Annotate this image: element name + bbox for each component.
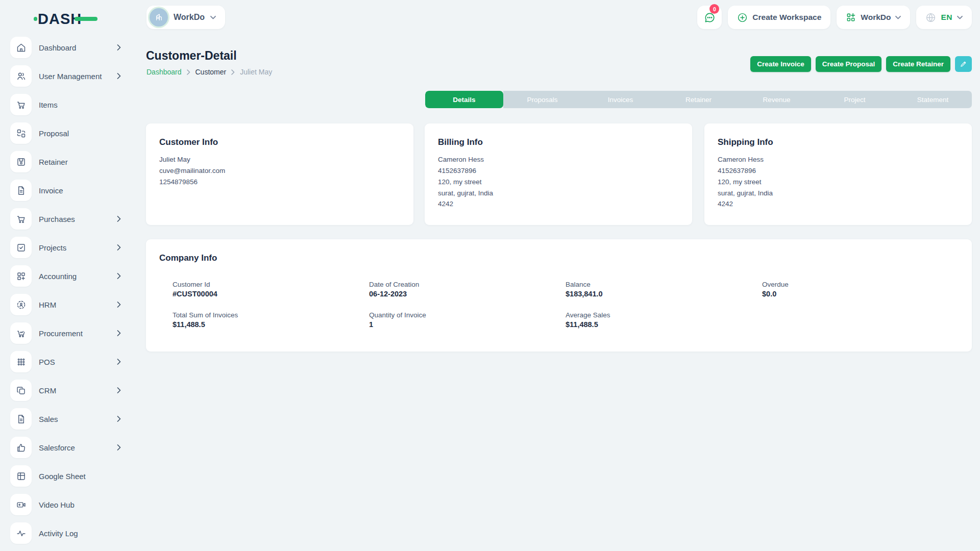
chevron-right-icon [117, 216, 121, 222]
chevron-down-icon [957, 16, 963, 19]
company-info-card: Company Info Customer Id #CUST00004 Date… [146, 239, 972, 352]
chevron-right-icon [231, 69, 235, 75]
create-proposal-button[interactable]: Create Proposal [816, 56, 882, 72]
field-quantity-of-invoice: Quantity of Invoice 1 [369, 311, 566, 329]
chevron-right-icon [117, 244, 121, 251]
shipping-city: surat, gujrat, India [718, 188, 959, 199]
page-title: Customer-Detail [146, 49, 237, 63]
detail-tabs: Details Proposals Invoices Retainer Reve… [425, 91, 972, 108]
field-overdue: Overdue $0.0 [762, 281, 959, 298]
sidebar-item-activity-log[interactable]: Activity Log [10, 522, 125, 544]
sidebar-item-crm[interactable]: CRM [10, 380, 125, 401]
tab-statement[interactable]: Statement [894, 91, 972, 108]
table-icon [10, 465, 32, 487]
card-title: Customer Info [146, 123, 413, 147]
sidebar-item-procurement[interactable]: Procurement [10, 322, 125, 344]
chevron-right-icon [117, 273, 121, 279]
sidebar-item-video-hub[interactable]: Video Hub [10, 494, 125, 515]
sidebar-item-user-management[interactable]: User Management [10, 65, 125, 87]
sidebar-item-pos[interactable]: POS [10, 351, 125, 372]
tab-project[interactable]: Project [816, 91, 894, 108]
grid-plus-icon [846, 12, 856, 22]
create-workspace-button[interactable]: Create Workspace [728, 6, 830, 29]
tab-details[interactable]: Details [425, 91, 503, 108]
thumbs-up-icon [10, 437, 32, 458]
tab-revenue[interactable]: Revenue [738, 91, 816, 108]
tab-invoices[interactable]: Invoices [581, 91, 659, 108]
sidebar-item-proposal[interactable]: Proposal [10, 122, 125, 144]
customer-name: Juliet May [159, 154, 400, 165]
sidebar-item-hrm[interactable]: HRM [10, 294, 125, 315]
top-header: DASH WorkDo 0 Create Workspace [0, 0, 980, 37]
billing-name: Cameron Hess [438, 154, 679, 165]
shipping-address: 120, my street [718, 177, 959, 188]
chevron-right-icon [117, 444, 121, 450]
activity-pulse-icon [10, 522, 32, 544]
create-invoice-button[interactable]: Create Invoice [750, 56, 811, 72]
chevron-down-icon [895, 16, 901, 19]
chevron-right-icon [117, 302, 121, 308]
language-code: EN [941, 13, 952, 22]
shipping-info-card: Shipping Info Cameron Hess 4152637896 12… [704, 123, 972, 225]
messages-button[interactable]: 0 [697, 6, 722, 29]
sidebar-item-salesforce[interactable]: Salesforce [10, 437, 125, 458]
sidebar-item-accounting[interactable]: Accounting [10, 265, 125, 287]
tab-proposals[interactable]: Proposals [503, 91, 581, 108]
cart-icon [10, 94, 32, 115]
breadcrumb: Dashboard Customer Juliet May [146, 68, 272, 76]
field-average-sales: Average Sales $11,488.5 [566, 311, 762, 329]
brand-logo[interactable]: DASH [34, 9, 97, 29]
chevron-right-icon [117, 387, 121, 393]
breadcrumb-customer[interactable]: Customer [195, 68, 227, 76]
sidebar-item-dashboard[interactable]: Dashboard [10, 37, 125, 58]
app-switcher-button[interactable]: WorkDo [837, 6, 910, 29]
workspace-selector[interactable]: WorkDo [146, 6, 225, 29]
billing-info-card: Billing Info Cameron Hess 4152637896 120… [425, 123, 692, 225]
app-switcher-label: WorkDo [861, 13, 891, 22]
billing-phone: 4152637896 [438, 165, 679, 177]
file-text-icon [10, 180, 32, 201]
chevron-right-icon [117, 73, 121, 79]
shipping-phone: 4152637896 [718, 165, 959, 177]
cart-icon [10, 208, 32, 230]
billing-zip: 4242 [438, 198, 679, 210]
workspace-avatar [150, 8, 168, 27]
overlap-squares-icon [10, 380, 32, 401]
chevron-right-icon [117, 416, 121, 422]
chevron-right-icon [117, 44, 121, 51]
cart-chart-icon [10, 322, 32, 344]
breadcrumb-current: Juliet May [240, 68, 272, 76]
field-date-of-creation: Date of Creation 06-12-2023 [369, 281, 566, 298]
card-title: Billing Info [425, 123, 692, 147]
create-retainer-button[interactable]: Create Retainer [886, 56, 950, 72]
building-icon [154, 13, 164, 22]
sidebar-item-google-sheet[interactable]: Google Sheet [10, 465, 125, 487]
shipping-zip: 4242 [718, 198, 959, 210]
sidebar-item-items[interactable]: Items [10, 94, 125, 115]
field-customer-id: Customer Id #CUST00004 [173, 281, 369, 298]
check-square-icon [10, 237, 32, 258]
edit-customer-button[interactable] [955, 56, 972, 72]
field-balance: Balance $183,841.0 [566, 281, 762, 298]
workflow-icon [10, 122, 32, 144]
chevron-right-icon [117, 359, 121, 365]
field-empty [762, 311, 959, 329]
sidebar-item-purchases[interactable]: Purchases [10, 208, 125, 230]
language-selector[interactable]: EN [916, 6, 972, 29]
sidebar-item-retainer[interactable]: Retainer [10, 151, 125, 172]
chevron-right-icon [187, 69, 190, 75]
plus-circle-icon [737, 12, 748, 23]
shipping-name: Cameron Hess [718, 154, 959, 165]
tab-retainer[interactable]: Retainer [659, 91, 738, 108]
sidebar-item-invoice[interactable]: Invoice [10, 180, 125, 201]
customer-info-card: Customer Info Juliet May cuve@mailinator… [146, 123, 413, 225]
sidebar-item-sales[interactable]: Sales [10, 408, 125, 430]
save-icon [10, 151, 32, 172]
dots-grid-icon [10, 351, 32, 372]
home-icon [10, 37, 32, 58]
sidebar-item-projects[interactable]: Projects [10, 237, 125, 258]
globe-icon [925, 12, 936, 23]
video-camera-icon [10, 494, 32, 515]
billing-address: 120, my street [438, 177, 679, 188]
breadcrumb-dashboard[interactable]: Dashboard [146, 68, 182, 76]
